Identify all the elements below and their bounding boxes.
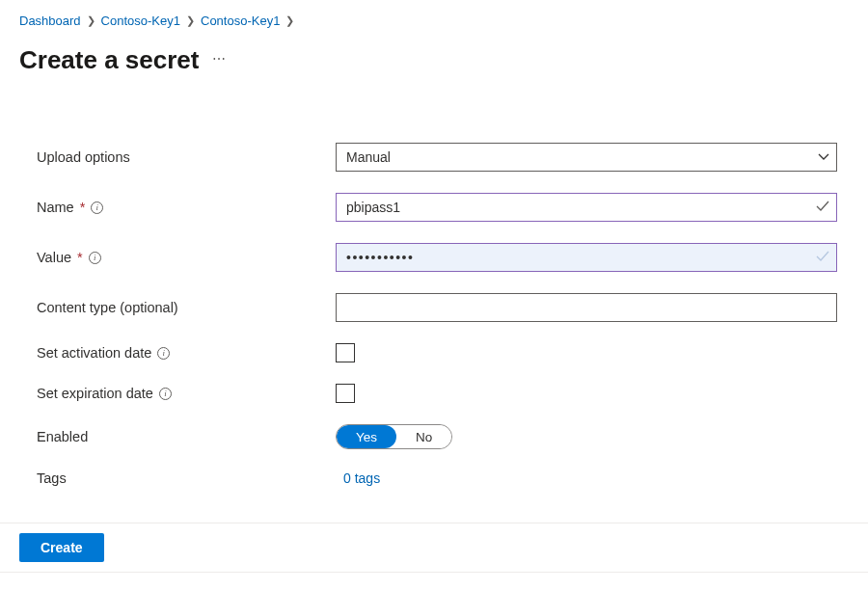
- info-icon[interactable]: i: [157, 347, 170, 360]
- breadcrumb-contoso-key1[interactable]: Contoso-Key1: [101, 13, 180, 28]
- required-asterisk: *: [77, 250, 83, 265]
- activation-date-label: Set activation date i: [37, 345, 336, 361]
- chevron-right-icon: ❯: [285, 14, 294, 27]
- create-button[interactable]: Create: [19, 533, 104, 562]
- value-input[interactable]: [336, 243, 837, 272]
- upload-options-label: Upload options: [37, 149, 336, 165]
- content-type-input[interactable]: [336, 293, 837, 322]
- name-input[interactable]: [336, 193, 837, 222]
- more-actions-button[interactable]: ⋯: [212, 51, 228, 70]
- content-type-label: Content type (optional): [37, 300, 336, 315]
- breadcrumb-contoso-key1-inner[interactable]: Contoso-Key1: [201, 13, 280, 28]
- page-title: Create a secret: [19, 45, 199, 75]
- tags-link[interactable]: 0 tags: [343, 470, 380, 486]
- breadcrumb-dashboard[interactable]: Dashboard: [19, 13, 81, 28]
- info-icon[interactable]: i: [159, 388, 172, 400]
- expiration-date-label: Set expiration date i: [37, 386, 336, 401]
- tags-label: Tags: [37, 470, 336, 486]
- breadcrumb: Dashboard ❯ Contoso-Key1 ❯ Contoso-Key1 …: [19, 13, 849, 28]
- enabled-toggle[interactable]: Yes No: [336, 424, 452, 449]
- enabled-toggle-yes[interactable]: Yes: [337, 425, 396, 448]
- footer-bar: Create: [0, 523, 868, 573]
- required-asterisk: *: [80, 200, 86, 215]
- info-icon[interactable]: i: [89, 252, 101, 264]
- enabled-toggle-no[interactable]: No: [396, 425, 451, 448]
- enabled-label: Enabled: [37, 429, 336, 444]
- upload-options-select[interactable]: [336, 143, 837, 172]
- info-icon[interactable]: i: [91, 201, 103, 214]
- chevron-right-icon: ❯: [87, 14, 95, 27]
- expiration-date-checkbox[interactable]: [336, 384, 355, 403]
- activation-date-checkbox[interactable]: [336, 343, 355, 362]
- chevron-right-icon: ❯: [186, 14, 195, 27]
- name-label: Name * i: [37, 200, 336, 215]
- value-label: Value * i: [37, 250, 336, 265]
- upload-options-field[interactable]: [336, 143, 837, 172]
